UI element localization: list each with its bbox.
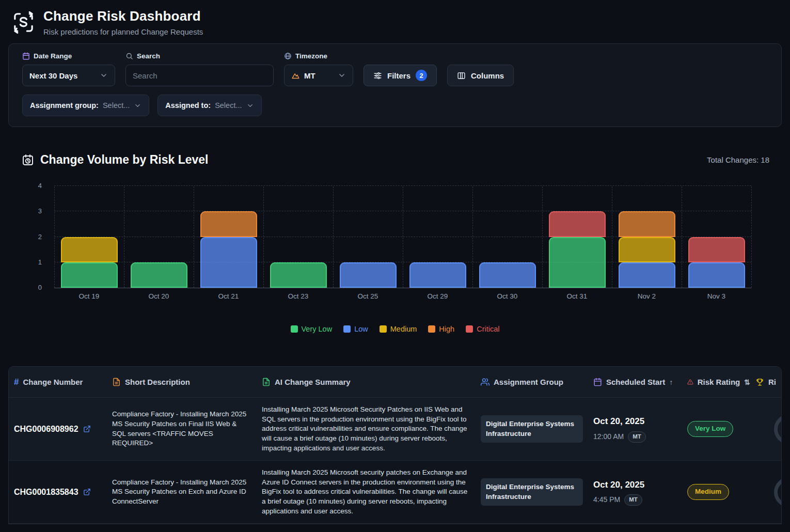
search-input[interactable]: [125, 65, 274, 86]
columns-icon: [457, 71, 466, 80]
scheduled-date: Oct 20, 2025: [593, 415, 677, 427]
legend-label: Very Low: [302, 325, 333, 333]
table-row[interactable]: CHG0006908962Compliance Factory - Instal…: [9, 398, 781, 461]
timezone-label: Timezone: [284, 52, 353, 60]
bar-group-oct-23[interactable]: [270, 262, 327, 288]
y-axis: 01234: [0, 186, 48, 288]
bar-segment-medium[interactable]: [61, 237, 118, 262]
assignment-group-select[interactable]: Assignment group: Select...: [22, 95, 149, 116]
alert-triangle-icon: [687, 378, 693, 386]
column-header-risk-rating[interactable]: Risk Rating⇅: [687, 378, 755, 386]
legend-item-medium[interactable]: Medium: [380, 325, 417, 333]
sort-indicator[interactable]: ↑: [669, 378, 673, 386]
assigned-to-select[interactable]: Assigned to: Select...: [157, 95, 261, 116]
bar-group-oct-30[interactable]: [479, 262, 536, 288]
change-number-cell: CHG0001835843: [14, 487, 112, 498]
sort-indicator[interactable]: ⇅: [744, 378, 750, 386]
globe-icon: [284, 52, 292, 60]
table-row[interactable]: CHG0001835843Compliance Factory - Instal…: [9, 461, 781, 524]
filter-row-primary: Date Range Next 30 Days Search Timezon: [22, 52, 768, 86]
bar-segment-high[interactable]: [200, 211, 257, 237]
filters-button[interactable]: Filters 2: [364, 65, 437, 86]
column-header-assignment-group[interactable]: Assignment Group: [481, 378, 593, 386]
timezone-group: Timezone MT: [284, 52, 353, 86]
bar-segment-low[interactable]: [688, 262, 745, 288]
bar-segment-low[interactable]: [479, 262, 536, 288]
bar-segment-low[interactable]: [200, 237, 257, 288]
chart-header: Change Volume by Risk Level Total Change…: [22, 153, 769, 167]
risk-rating-cell: Medium: [687, 484, 755, 500]
app-header: Change Risk Dashboard Risk predictions f…: [0, 0, 790, 36]
date-range-select[interactable]: Next 30 Days: [22, 65, 115, 86]
bar-segment-critical[interactable]: [549, 211, 606, 237]
bar-group-oct-29[interactable]: [409, 262, 466, 288]
risk-score-cell: [755, 414, 782, 444]
chart-legend: Very LowLowMediumHighCritical: [0, 325, 790, 333]
file-icon: [262, 378, 271, 386]
short-description-cell: Compliance Factory - Installing March 20…: [112, 410, 262, 448]
bar-segment-low[interactable]: [619, 262, 675, 288]
bar-group-nov-3[interactable]: [688, 237, 745, 288]
legend-label: Medium: [390, 325, 417, 333]
search-icon: [125, 52, 133, 60]
bar-segment-very-low[interactable]: [61, 262, 118, 288]
bar-group-oct-21[interactable]: [200, 211, 257, 288]
bar-segment-very-low[interactable]: [549, 237, 606, 288]
legend-label: Critical: [477, 325, 499, 333]
legend-item-critical[interactable]: Critical: [466, 325, 499, 333]
bar-segment-low[interactable]: [409, 262, 466, 288]
gridline-vertical: [54, 186, 55, 288]
legend-swatch: [466, 325, 473, 333]
column-header-ri[interactable]: Ri: [755, 378, 782, 386]
x-axis-label: Oct 31: [542, 292, 612, 300]
calendar-icon: [22, 52, 30, 60]
external-link-icon[interactable]: [83, 425, 91, 433]
columns-button[interactable]: Columns: [447, 65, 514, 86]
scheduled-date: Oct 20, 2025: [593, 479, 677, 491]
bar-segment-very-low[interactable]: [270, 262, 327, 288]
bar-group-oct-20[interactable]: [131, 262, 187, 288]
bar-segment-high[interactable]: [619, 211, 675, 237]
legend-item-high[interactable]: High: [428, 325, 454, 333]
y-axis-label: 4: [38, 182, 42, 190]
bar-group-oct-19[interactable]: [61, 237, 118, 288]
legend-swatch: [428, 325, 435, 333]
total-changes: Total Changes: 18: [707, 155, 769, 164]
table-header-row: #Change NumberShort DescriptionAI Change…: [9, 367, 781, 398]
column-header-short-description[interactable]: Short Description: [112, 378, 262, 386]
external-link-icon[interactable]: [83, 488, 91, 496]
legend-item-low[interactable]: Low: [343, 325, 368, 333]
scheduled-time: 4:45 PM: [593, 495, 620, 505]
filters-count-badge: 2: [416, 70, 427, 81]
column-header-ai-change-summary[interactable]: AI Change Summary: [262, 378, 481, 386]
file-icon: [112, 378, 121, 386]
chevron-down-icon: [134, 102, 141, 109]
column-header-scheduled-start[interactable]: Scheduled Start↑: [593, 378, 687, 386]
column-header-change-number[interactable]: #Change Number: [14, 377, 112, 387]
bar-segment-low[interactable]: [340, 262, 397, 288]
bar-group-oct-25[interactable]: [340, 262, 397, 288]
x-axis-label: Oct 21: [194, 292, 263, 300]
change-number[interactable]: CHG0001835843: [14, 487, 102, 498]
bar-segment-very-low[interactable]: [131, 262, 187, 288]
bar-group-nov-2[interactable]: [619, 211, 675, 288]
y-axis-label: 1: [38, 258, 42, 266]
filter-panel: Date Range Next 30 Days Search Timezon: [8, 43, 782, 127]
change-number[interactable]: CHG0006908962: [14, 424, 102, 435]
x-axis: Oct 19Oct 20Oct 21Oct 23Oct 25Oct 29Oct …: [54, 292, 751, 304]
y-axis-label: 2: [38, 233, 42, 241]
bar-segment-critical[interactable]: [688, 237, 745, 262]
bar-group-oct-31[interactable]: [549, 211, 606, 288]
ai-summary-cell: Installing March 2025 Microsoft Security…: [262, 405, 481, 453]
timezone-select[interactable]: MT: [284, 65, 353, 86]
date-range-label: Date Range: [22, 52, 115, 60]
legend-item-very-low[interactable]: Very Low: [291, 325, 333, 333]
gridline-vertical: [263, 186, 264, 288]
x-axis-label: Nov 2: [612, 292, 682, 300]
assignment-group-chip: Digital Enterprise Systems Infrastructur…: [481, 415, 583, 442]
date-range-value: Next 30 Days: [29, 71, 77, 80]
search-label: Search: [125, 52, 274, 60]
filter-row-secondary: Assignment group: Select... Assigned to:…: [22, 95, 768, 116]
bar-segment-medium[interactable]: [619, 237, 675, 262]
gridline-vertical: [403, 186, 403, 288]
